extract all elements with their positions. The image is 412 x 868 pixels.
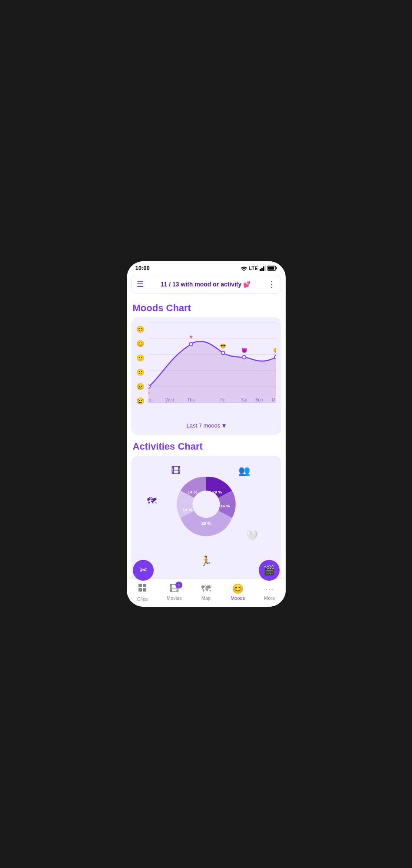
fab-video-button[interactable]: 🎬 — [259, 560, 280, 581]
more-vertical-icon[interactable]: ⋮ — [268, 279, 276, 289]
svg-point-12 — [148, 385, 150, 388]
svg-text:14 %: 14 % — [220, 503, 230, 508]
svg-text:14 %: 14 % — [182, 507, 192, 512]
nav-label-more: More — [264, 595, 275, 601]
svg-point-30 — [192, 491, 220, 518]
app-bar: ☰ 11 / 13 with mood or activity 💕 ⋮ — [131, 275, 281, 294]
fab-spacer — [136, 574, 276, 579]
movies-icon: 🎞 1 — [169, 583, 179, 595]
donut-chart-svg: 29 % 14 % 29 % 14 % 14 % — [167, 465, 245, 543]
status-bar: 10:00 LTE — [127, 261, 286, 273]
lte-label: LTE — [249, 266, 258, 271]
nav-label-clips: Clips — [137, 596, 148, 602]
fab-scissors-button[interactable]: ✂ — [133, 560, 154, 581]
svg-text:Fri: Fri — [220, 398, 225, 402]
mood-emoji-5: 😢 — [136, 383, 145, 390]
activity-icon-heart: 🤍 — [246, 530, 258, 542]
svg-point-15 — [242, 355, 246, 359]
wifi-icon — [241, 266, 247, 271]
svg-point-14 — [221, 351, 224, 355]
nav-item-clips[interactable]: Clips — [130, 582, 155, 602]
donut-wrapper: 🎞 👥 🗺 🤍 🏃 — [136, 461, 276, 574]
svg-rect-5 — [268, 266, 274, 270]
moods-section: Moods Chart 😊 😊 😐 😕 😢 😢 — [131, 302, 281, 435]
status-time: 10:00 — [135, 265, 150, 271]
svg-text:♥: ♥ — [189, 333, 192, 340]
svg-text:14 %: 14 % — [188, 490, 198, 494]
activity-icon-map: 🗺 — [147, 496, 156, 507]
svg-rect-1 — [261, 268, 263, 271]
dropdown-arrow-icon: ▾ — [222, 421, 226, 430]
svg-rect-2 — [263, 266, 264, 271]
svg-text:Wed: Wed — [165, 398, 174, 402]
movies-badge: 1 — [175, 582, 182, 589]
app-bar-title: 11 / 13 with mood or activity 💕 — [148, 281, 264, 288]
more-icon: ··· — [265, 583, 274, 595]
nav-label-map: Map — [201, 595, 211, 601]
svg-point-13 — [189, 342, 193, 346]
nav-item-map[interactable]: 🗺 Map — [194, 583, 218, 601]
svg-text:29 %: 29 % — [201, 521, 211, 526]
nav-item-moods[interactable]: 😊 Moods — [226, 583, 250, 601]
moods-icon: 😊 — [232, 583, 244, 595]
phone-outer: 10:00 LTE ☰ 11 / 13 with mood or activit… — [122, 256, 291, 612]
phone-inner: 10:00 LTE ☰ 11 / 13 with mood or activit… — [127, 261, 286, 607]
svg-text:Thu: Thu — [187, 398, 194, 402]
battery-icon — [267, 266, 277, 271]
activity-icon-running: 🏃 — [200, 556, 212, 567]
activities-section: Activities Chart 🎞 👥 🗺 🤍 🏃 — [131, 441, 281, 579]
mood-emoji-2: 😊 — [136, 340, 145, 347]
mood-emoji-4: 😕 — [136, 369, 145, 375]
svg-text:29 %: 29 % — [212, 490, 222, 494]
moods-section-title: Moods Chart — [133, 302, 281, 314]
svg-rect-0 — [260, 269, 261, 271]
activities-chart-card: 🎞 👥 🗺 🤍 🏃 — [131, 456, 281, 579]
svg-rect-36 — [138, 584, 142, 587]
map-icon: 🗺 — [201, 583, 211, 595]
svg-text:😎: 😎 — [220, 343, 226, 349]
scroll-content: Moods Chart 😊 😊 😐 😕 😢 😢 — [127, 296, 286, 579]
signal-icon — [260, 266, 266, 271]
mood-y-labels: 😊 😊 😐 😕 😢 😢 — [136, 326, 145, 404]
svg-point-16 — [274, 355, 276, 359]
svg-text:Mon: Mon — [272, 398, 276, 402]
svg-text:Sun: Sun — [255, 398, 263, 402]
svg-rect-39 — [143, 588, 146, 592]
svg-text:Mon: Mon — [148, 398, 153, 402]
mood-emoji-1: 😊 — [136, 326, 145, 332]
dropdown-label: Last 7 moods — [186, 422, 220, 429]
video-icon: 🎬 — [263, 565, 275, 576]
svg-text:🔥: 🔥 — [148, 389, 151, 395]
hamburger-icon[interactable]: ☰ — [137, 279, 144, 289]
moods-line-chart: ♥ 🔥 😎 😈 😊 Mon Wed Thu Fri Sat — [148, 322, 276, 403]
svg-rect-38 — [138, 588, 142, 592]
nav-item-more[interactable]: ··· More — [257, 583, 282, 601]
status-icons: LTE — [241, 266, 277, 271]
clips-icon — [137, 582, 148, 595]
moods-chart-card: 😊 😊 😐 😕 😢 😢 — [131, 317, 281, 435]
mood-emoji-3: 😐 — [136, 355, 145, 361]
mood-emoji-6: 😢 — [136, 398, 145, 404]
activities-section-title: Activities Chart — [133, 441, 281, 452]
svg-text:😈: 😈 — [241, 347, 247, 353]
svg-text:😊: 😊 — [273, 347, 276, 353]
nav-item-movies[interactable]: 🎞 1 Movies — [162, 583, 186, 601]
nav-label-movies: Movies — [167, 595, 182, 601]
nav-label-moods: Moods — [231, 595, 245, 601]
moods-chart-area: 😊 😊 😐 😕 😢 😢 — [136, 322, 276, 418]
scissors-icon: ✂ — [139, 565, 147, 576]
svg-rect-37 — [143, 584, 146, 587]
moods-dropdown[interactable]: Last 7 moods ▾ — [136, 421, 276, 430]
svg-rect-3 — [265, 266, 266, 271]
svg-text:Sat: Sat — [241, 398, 247, 402]
bottom-nav: Clips 🎞 1 Movies 🗺 Map 😊 Moods — [127, 579, 286, 607]
